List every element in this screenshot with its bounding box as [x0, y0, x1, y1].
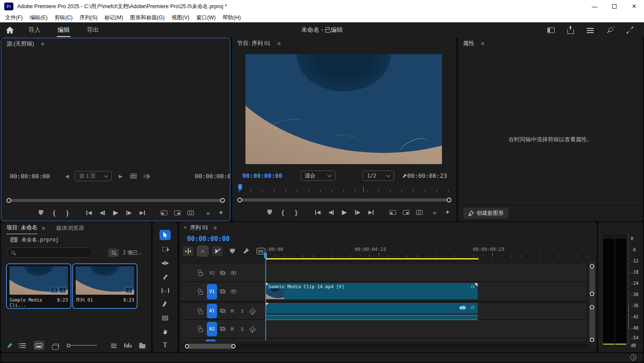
item-name[interactable]: Sample Media Cli...: [9, 297, 57, 308]
timeline-panel-menu-icon[interactable]: ≡: [213, 225, 217, 231]
timeline-playhead-icon[interactable]: [264, 253, 267, 258]
timeline-settings-icon[interactable]: [243, 248, 249, 254]
share-button[interactable]: [567, 27, 574, 34]
scroll-handle-top-dot[interactable]: [590, 305, 594, 309]
overwrite-button[interactable]: [172, 208, 182, 217]
home-button[interactable]: [0, 27, 20, 34]
mark-out-button[interactable]: }: [291, 208, 301, 217]
track-row-v2[interactable]: V2: [181, 264, 586, 282]
timeline-timecode[interactable]: 00:00:00:00: [187, 235, 230, 243]
sync-lock-icon[interactable]: [220, 309, 225, 313]
video-tracks-scroll-handle[interactable]: [589, 264, 595, 296]
track-lock-icon[interactable]: [199, 291, 203, 295]
scroll-handle-bottom-dot[interactable]: [590, 338, 594, 342]
scroll-handle-right-dot[interactable]: [231, 344, 236, 348]
export-frame-button[interactable]: [414, 208, 424, 217]
scrollbar-left-handle[interactable]: [237, 198, 242, 202]
razor-tool[interactable]: [159, 271, 171, 282]
step-forward-button[interactable]: ▶: [124, 208, 134, 217]
step-back-button[interactable]: ◀: [326, 208, 336, 217]
scroll-handle-bottom-dot[interactable]: [590, 292, 594, 296]
create-new-graphic-button[interactable]: 创建新图形: [463, 208, 509, 219]
timeline-horizontal-scrollbar[interactable]: [183, 344, 589, 349]
minimize-button[interactable]: —: [585, 0, 604, 13]
track-target-a3[interactable]: [205, 339, 216, 342]
menu-edit[interactable]: 编辑(E): [26, 14, 51, 21]
audio-clip-waveform-strip[interactable]: [265, 315, 478, 320]
bin-name[interactable]: 未命名.prproj: [21, 236, 59, 244]
goto-in-button[interactable]: ◀: [84, 208, 94, 217]
quick-search-button[interactable]: [606, 27, 614, 34]
sort-icons-button[interactable]: [111, 344, 117, 345]
list-view-button[interactable]: [20, 343, 26, 344]
scrollbar-right-handle[interactable]: [220, 198, 225, 203]
nest-insert-toggle-button[interactable]: [183, 246, 193, 256]
menu-help[interactable]: 帮助(H): [219, 14, 244, 21]
search-bin-button[interactable]: [108, 249, 119, 257]
snap-toggle-button[interactable]: ∩: [197, 246, 208, 256]
bin-up-icon[interactable]: [10, 237, 18, 242]
tab-project[interactable]: 项目: 未命名: [6, 224, 37, 232]
next-page-button[interactable]: ▶: [119, 174, 122, 179]
more-buttons-button[interactable]: »: [203, 208, 213, 217]
add-marker-button[interactable]: [265, 208, 274, 217]
rectangle-tool[interactable]: [159, 313, 171, 323]
track-lock-icon[interactable]: [199, 329, 203, 332]
menu-graphics-titles[interactable]: 图形和标题(G): [126, 14, 168, 21]
maximize-button[interactable]: [604, 0, 624, 13]
sequence-tab-label[interactable]: 序列 01: [190, 224, 208, 232]
timeline-vertical-scrollbar[interactable]: [589, 262, 595, 342]
step-back-button[interactable]: ◀: [98, 208, 107, 217]
mute-track-button[interactable]: M: [231, 326, 233, 332]
sync-lock-icon[interactable]: [220, 290, 225, 293]
mark-out-button[interactable]: }: [63, 208, 72, 217]
menu-file[interactable]: 文件(F): [2, 14, 26, 21]
panel-layout-button[interactable]: [547, 27, 555, 34]
ripple-edit-tool[interactable]: ◀▶: [159, 258, 171, 268]
close-button[interactable]: ×: [624, 0, 644, 13]
source-panel-title[interactable]: 源:(无剪辑): [6, 40, 34, 48]
scroll-handle-top-dot[interactable]: [590, 264, 594, 268]
mute-track-button[interactable]: M: [231, 308, 233, 314]
menu-view[interactable]: 视图(V): [168, 14, 193, 21]
goto-in-button[interactable]: ◀: [313, 208, 322, 217]
menu-clip[interactable]: 剪辑(C): [51, 14, 76, 21]
program-zoom-scrollbar[interactable]: [238, 198, 451, 201]
step-forward-button[interactable]: ▶: [353, 208, 362, 217]
scrollbar-right-handle[interactable]: [447, 198, 451, 202]
close-sequence-tab-icon[interactable]: ×: [184, 225, 187, 231]
tab-import[interactable]: 导入: [22, 22, 46, 38]
menu-markers[interactable]: 标记(M): [101, 14, 127, 21]
properties-panel-title[interactable]: 属性: [463, 40, 474, 47]
track-select-forward-tool[interactable]: [159, 244, 171, 254]
add-marker-button[interactable]: [230, 249, 235, 254]
add-marker-button[interactable]: [36, 208, 46, 217]
drag-video-icon[interactable]: [130, 174, 137, 179]
prev-page-button[interactable]: ◀: [65, 174, 69, 179]
drag-audio-icon[interactable]: [144, 174, 150, 179]
insert-button[interactable]: [159, 208, 169, 217]
export-frame-button[interactable]: [186, 208, 195, 217]
automate-to-sequence-button[interactable]: [124, 343, 132, 348]
new-bin-button[interactable]: [139, 344, 145, 348]
search-text-field[interactable]: [17, 250, 82, 256]
zoom-level-dropdown[interactable]: 适合: [301, 171, 335, 181]
toggle-track-output-icon[interactable]: [230, 290, 236, 293]
mark-in-button[interactable]: {: [49, 208, 59, 217]
track-lock-icon[interactable]: [199, 311, 203, 314]
item-name[interactable]: 序列 01: [76, 297, 93, 303]
track-row-a3-clipped[interactable]: [181, 339, 586, 342]
slip-tool[interactable]: ↔: [159, 285, 171, 296]
program-video-preview[interactable]: [245, 54, 442, 164]
audio-tracks-scroll-handle[interactable]: [589, 305, 595, 342]
add-button-editor-button[interactable]: +: [216, 208, 226, 217]
timeline-ruler[interactable]: [265, 253, 593, 257]
solo-track-button[interactable]: S: [241, 326, 243, 332]
hand-tool[interactable]: [159, 326, 171, 337]
menu-sequence[interactable]: 序列(S): [76, 14, 101, 21]
type-tool[interactable]: T: [159, 340, 171, 350]
track-row-a2[interactable]: A2 M S: [181, 320, 586, 338]
tab-media-browser[interactable]: 媒体浏览器: [56, 224, 84, 232]
source-timecode[interactable]: 00:00:00:00: [10, 173, 50, 180]
project-writable-icon[interactable]: [7, 342, 12, 348]
